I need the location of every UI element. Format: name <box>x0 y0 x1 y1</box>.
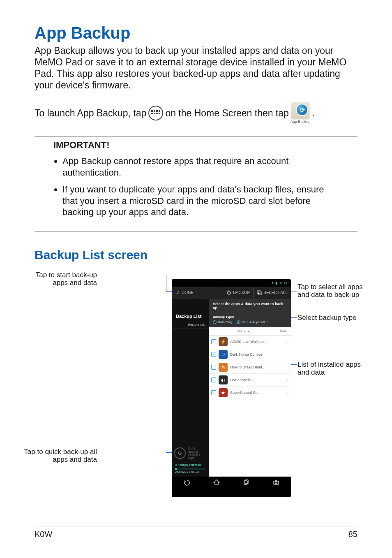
launch-post: . <box>312 108 314 119</box>
app-name: How to Draw: Band.. <box>230 365 281 369</box>
nav-bar <box>172 477 291 490</box>
app-backup-app-icon: App Backup <box>291 102 311 124</box>
app-icon: ⚡ <box>219 337 228 346</box>
svg-rect-6 <box>156 113 158 114</box>
app-row[interactable]: ✓◐Led Zeppelin– <box>209 374 291 387</box>
phone-screenshot: ▮ 12:00 ✓ DONE BACKUP SELECT ALL <box>172 279 291 497</box>
battery-icon: ▮ <box>275 281 277 285</box>
app-checkbox[interactable]: ✓ <box>211 365 216 370</box>
app-size: – <box>284 340 288 343</box>
svg-rect-2 <box>156 110 158 112</box>
callout-quick-backup: Tap to quick back-up all apps and data <box>19 448 97 464</box>
quick-line: All data & <box>188 453 201 456</box>
all-apps-icon <box>148 106 163 120</box>
important-item: App Backup cannot restore apps that requ… <box>62 155 339 178</box>
main-header: Select the apps & data you want to back … <box>209 299 291 314</box>
app-size: – <box>284 391 288 394</box>
important-item: If you want to duplicate your apps and d… <box>62 184 339 218</box>
launch-mid: on the Home Screen then tap <box>165 108 288 119</box>
storage-size: 24.06MB / 1.98GB <box>172 470 209 477</box>
quick-backup-button[interactable]: ⟳ Quick Backup All data & apps <box>174 447 206 460</box>
app-size: – <box>284 353 288 356</box>
nav-recent-icon[interactable] <box>243 479 249 487</box>
callout-app-list: List of installed apps and data <box>297 361 371 377</box>
app-name: Dark Horse Comics <box>230 352 281 357</box>
app-icon: D <box>219 350 228 359</box>
important-block: IMPORTANT! App Backup cannot restore app… <box>35 140 357 228</box>
quick-line: Quick <box>188 447 201 450</box>
nav-camera-icon[interactable] <box>273 479 279 487</box>
storage-progress <box>175 468 205 470</box>
svg-rect-5 <box>154 113 155 114</box>
select-all-label: SELECT ALL <box>263 290 288 295</box>
col-date: Date <box>274 329 287 333</box>
svg-point-8 <box>227 291 231 294</box>
app-name: Led Zeppelin <box>230 378 281 382</box>
svg-rect-15 <box>275 480 277 481</box>
app-backup-icon-label: App Backup <box>291 120 311 124</box>
section-heading: Backup List screen <box>35 248 357 262</box>
intro-paragraph: App Backup allows you to back up your in… <box>35 45 357 91</box>
app-list: ✓⚡AC/DC Live Wallpap..–✓DDark Horse Comi… <box>209 336 291 476</box>
refresh-icon: ⟳ <box>174 447 186 459</box>
page-title: App Backup <box>35 24 357 42</box>
status-bar: ▮ 12:00 <box>172 279 291 287</box>
app-checkbox[interactable]: ✓ <box>211 352 216 357</box>
svg-rect-4 <box>151 113 153 114</box>
svg-rect-3 <box>159 110 160 112</box>
radio-data-only[interactable]: Data Only <box>213 320 233 324</box>
wifi-icon <box>272 281 274 285</box>
footer-page: 85 <box>348 530 357 539</box>
app-name: SuperNatural Soun.. <box>230 391 281 395</box>
sidebar: Backup List Restore List ⟳ Quick Backup … <box>172 299 209 477</box>
svg-point-14 <box>275 482 277 484</box>
callout-select-all: Tap to select all apps and data to back-… <box>297 283 371 299</box>
radio-data-app[interactable]: Data & Application <box>237 320 268 324</box>
app-checkbox[interactable]: ✓ <box>211 390 216 395</box>
nav-home-icon[interactable] <box>213 479 220 487</box>
select-all-button[interactable]: SELECT ALL <box>253 287 291 299</box>
done-label: DONE <box>182 290 194 295</box>
status-time: 12:00 <box>279 281 288 285</box>
app-size: – <box>284 379 288 382</box>
app-icon: ◐ <box>219 375 228 384</box>
nav-back-icon[interactable] <box>183 479 190 487</box>
app-row[interactable]: ✓⚡AC/DC Live Wallpap..– <box>209 336 291 348</box>
radio-label: Data & Application <box>242 320 268 324</box>
quick-line: apps <box>188 456 201 460</box>
callout-start-backup: Tap to start back-up apps and data <box>19 271 97 287</box>
sidebar-title: Backup List <box>172 309 209 321</box>
app-size: – <box>284 366 288 369</box>
action-bar: ✓ DONE BACKUP SELECT ALL <box>172 287 291 299</box>
column-header[interactable]: Name▲ Date <box>209 327 291 336</box>
important-label: IMPORTANT! <box>53 140 339 150</box>
app-row[interactable]: ✓✎How to Draw: Band..– <box>209 361 291 374</box>
quick-line: Backup <box>188 450 201 454</box>
svg-rect-1 <box>154 110 155 112</box>
radio-label: Data Only <box>218 320 233 324</box>
selection-count: 4 item(s) selected <box>172 462 209 468</box>
divider <box>35 231 357 232</box>
app-checkbox[interactable]: ✓ <box>211 377 216 382</box>
app-checkbox[interactable]: ✓ <box>211 339 216 344</box>
divider <box>35 136 357 137</box>
page-footer: K0W 85 <box>35 526 357 539</box>
check-icon: ✓ <box>176 290 180 296</box>
sort-arrow-icon: ▲ <box>247 330 250 333</box>
app-icon: ★ <box>219 388 228 397</box>
backup-label: BACKUP <box>233 290 250 295</box>
backup-type-section: Backup Type: Data Only Data & Applicatio… <box>209 313 291 327</box>
launch-pre: To launch App Backup, tap <box>35 108 146 119</box>
backup-type-label: Backup Type: <box>213 315 287 319</box>
svg-rect-0 <box>151 110 153 112</box>
sidebar-item-restore[interactable]: Restore List <box>172 321 209 329</box>
app-row[interactable]: ✓DDark Horse Comics– <box>209 348 291 361</box>
footer-model: K0W <box>35 530 52 539</box>
app-row[interactable]: ✓★SuperNatural Soun..– <box>209 387 291 399</box>
col-name: Name <box>238 329 246 333</box>
done-button[interactable]: ✓ DONE <box>172 287 198 299</box>
app-name: AC/DC Live Wallpap.. <box>230 340 281 344</box>
screenshot-diagram: Tap to start back-up apps and data Tap t… <box>35 271 357 505</box>
backup-button[interactable]: BACKUP <box>223 287 253 299</box>
app-icon: ✎ <box>219 363 228 372</box>
